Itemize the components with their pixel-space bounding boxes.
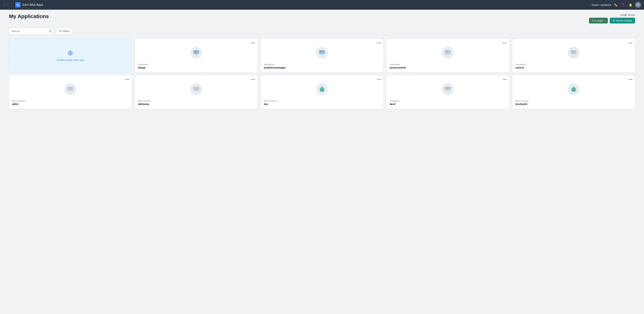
search-input[interactable] bbox=[9, 28, 54, 34]
svg-rect-27 bbox=[70, 90, 71, 91]
search-icon[interactable]: 🔍 bbox=[49, 29, 52, 33]
card-icon-area bbox=[390, 42, 506, 63]
card-footer-dev: Micro frontend dev bbox=[264, 100, 380, 106]
card-menu-adsqa[interactable]: ••• bbox=[251, 41, 255, 45]
app-card-cyence[interactable]: ••• Standalone cyence bbox=[512, 39, 635, 72]
global-settings-button[interactable]: ⚙ Global settings bbox=[610, 18, 635, 23]
tenant-label: Tenant: guidewire bbox=[592, 3, 611, 6]
card-icon-area bbox=[516, 42, 632, 63]
header-buttons: 5 In range › ⚙ Global settings bbox=[589, 18, 635, 23]
card-name-cyence: cyence bbox=[516, 66, 632, 69]
card-name-dev2and1: dev2and1 bbox=[516, 103, 632, 106]
app-card-analyticsmanager[interactable]: ••• Standalone analyticsmanager bbox=[260, 39, 384, 72]
plus-icon: ⊕ bbox=[68, 49, 73, 56]
page-header: My Applications Usage quotas 5 In range … bbox=[9, 13, 635, 23]
card-menu-dev2[interactable]: ••• bbox=[503, 78, 507, 82]
card-name-assessments: assessments bbox=[390, 66, 506, 69]
card-type-adsqa: Standalone bbox=[138, 63, 254, 66]
edit-icon-btn[interactable]: ✏️ bbox=[613, 2, 619, 8]
app-card-assessments[interactable]: ••• Standalone assessments bbox=[386, 39, 509, 72]
card-menu-cyence[interactable]: ••• bbox=[628, 41, 632, 45]
topnav-right: Tenant: guidewire ✏️ ❓ 🔔 CC bbox=[592, 2, 641, 8]
svg-text:</>: </> bbox=[194, 88, 198, 90]
svg-rect-19 bbox=[572, 51, 574, 51]
create-label: Create a new Jutro app bbox=[57, 58, 84, 61]
card-type-dev2and1: Micro frontend bbox=[516, 100, 632, 102]
topnav: ⋮⋮⋮ G Jutro Web Apps Tenant: guidewire ✏… bbox=[0, 0, 644, 10]
card-footer-dafm: Micro frontend dafm bbox=[12, 100, 128, 106]
global-settings-label: Global settings bbox=[616, 19, 632, 22]
svg-rect-4 bbox=[195, 55, 198, 55]
card-type-dev2: Standalone bbox=[390, 100, 506, 102]
chevron-right-icon: › bbox=[604, 19, 605, 22]
svg-rect-38 bbox=[446, 91, 449, 91]
svg-rect-23 bbox=[573, 54, 574, 55]
app-icon-analyticsmanager bbox=[316, 47, 328, 59]
card-footer-assessments: Standalone assessments bbox=[390, 63, 506, 69]
app-icon-assessments bbox=[442, 47, 454, 59]
svg-rect-9 bbox=[323, 51, 324, 52]
card-menu-analyticsmanager[interactable]: ••• bbox=[377, 41, 381, 45]
app-icon-adsqa bbox=[190, 47, 202, 59]
card-icon-area bbox=[138, 42, 254, 63]
card-menu-assessments[interactable]: ••• bbox=[503, 41, 507, 45]
toolbar: 🔍 ⊟ Filters bbox=[9, 28, 635, 34]
svg-rect-1 bbox=[194, 51, 197, 51]
svg-rect-26 bbox=[69, 91, 72, 91]
svg-rect-16 bbox=[446, 55, 449, 55]
app-icon-dev bbox=[316, 83, 328, 95]
card-type-analyticsmanager: Standalone bbox=[264, 63, 380, 66]
avatar-btn[interactable]: CC bbox=[635, 2, 641, 8]
svg-rect-41 bbox=[573, 90, 574, 91]
svg-rect-3 bbox=[197, 51, 198, 52]
app-card-dev[interactable]: ••• Micro frontend dev bbox=[260, 75, 384, 109]
app-card-dev2and1[interactable]: ••• Micro frontend dev2and1 bbox=[512, 75, 635, 109]
filters-button[interactable]: ⊟ Filters bbox=[56, 28, 73, 34]
logo-box: G bbox=[15, 2, 20, 7]
card-menu-dev2and1[interactable]: ••• bbox=[628, 78, 632, 82]
card-name-dafmnew: dafmnew bbox=[138, 103, 254, 106]
svg-rect-13 bbox=[446, 51, 448, 51]
svg-rect-35 bbox=[446, 88, 448, 88]
card-footer-dafmnew: Micro frontend dafmnew bbox=[138, 100, 254, 106]
filter-icon: ⊟ bbox=[59, 30, 62, 33]
gear-icon: ⚙ bbox=[613, 19, 615, 22]
svg-rect-11 bbox=[322, 54, 322, 55]
help-icon-btn[interactable]: ❓ bbox=[620, 2, 626, 8]
card-type-dafmnew: Micro frontend bbox=[138, 100, 254, 102]
app-icon-dafm: </> bbox=[64, 83, 76, 95]
svg-rect-2 bbox=[194, 52, 196, 52]
grid-icon[interactable]: ⋮⋮⋮ bbox=[3, 3, 13, 7]
in-range-label: 5 In range bbox=[592, 19, 603, 22]
svg-rect-21 bbox=[574, 51, 576, 52]
page-title: My Applications bbox=[9, 13, 49, 19]
create-app-card[interactable]: ⊕ Create a new Jutro app bbox=[9, 39, 132, 72]
app-icon-dafmnew: </> bbox=[190, 83, 202, 95]
card-menu-dev[interactable]: ••• bbox=[377, 78, 381, 82]
bell-icon-btn[interactable]: 🔔 bbox=[628, 2, 634, 8]
svg-text:</>: </> bbox=[68, 88, 72, 90]
app-card-adsqa[interactable]: ••• Standalone adsqa bbox=[135, 39, 258, 72]
card-footer-cyence: Standalone cyence bbox=[516, 63, 632, 69]
main-content: My Applications Usage quotas 5 In range … bbox=[0, 0, 644, 118]
card-menu-dafmnew[interactable]: ••• bbox=[251, 78, 255, 82]
search-wrapper: 🔍 bbox=[9, 28, 54, 34]
svg-rect-22 bbox=[572, 55, 575, 55]
svg-rect-7 bbox=[320, 51, 322, 51]
svg-rect-31 bbox=[196, 90, 197, 91]
card-icon-area bbox=[264, 42, 380, 63]
card-footer-dev2and1: Micro frontend dev2and1 bbox=[516, 100, 632, 106]
card-menu-dafm[interactable]: ••• bbox=[125, 78, 129, 82]
filters-label: Filters bbox=[62, 30, 70, 33]
card-type-dev: Micro frontend bbox=[264, 100, 380, 102]
in-range-button[interactable]: 5 In range › bbox=[589, 18, 608, 23]
card-name-analyticsmanager: analyticsmanager bbox=[264, 66, 380, 69]
card-type-dafm: Micro frontend bbox=[12, 100, 128, 102]
app-card-dev2[interactable]: ••• Standalone dev2 bbox=[386, 75, 509, 109]
app-card-dafm[interactable]: ••• </> Micro frontend dafm bbox=[9, 75, 132, 109]
card-name-dafm: dafm bbox=[12, 103, 128, 106]
app-icon-dev2 bbox=[442, 83, 454, 95]
app-card-dafmnew[interactable]: ••• </> Micro frontend dafmnew bbox=[135, 75, 258, 109]
svg-rect-5 bbox=[196, 54, 197, 55]
card-type-cyence: Standalone bbox=[516, 63, 632, 66]
